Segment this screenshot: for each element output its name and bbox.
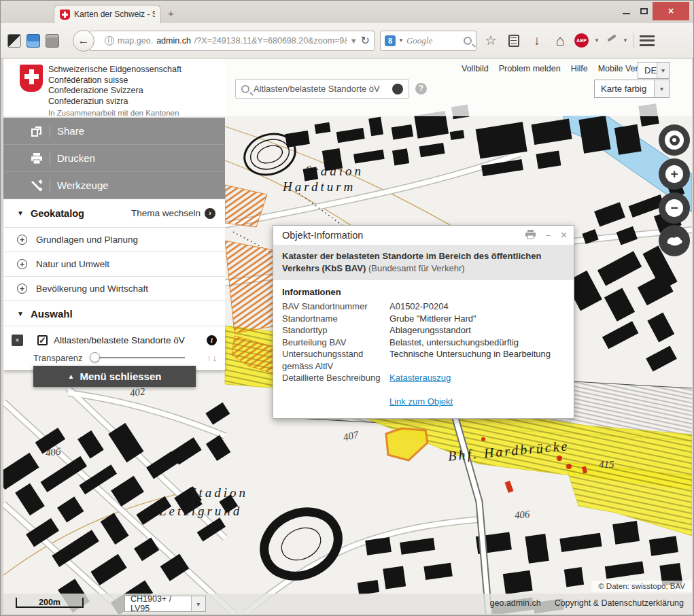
category-label: Bevölkerung und Wirtschaft xyxy=(36,284,148,294)
informationen-heading: Informationen xyxy=(282,287,565,297)
link-zum-objekt[interactable]: Link zum Objekt xyxy=(389,396,453,407)
sidebar-item-share[interactable]: Share xyxy=(3,118,225,145)
sidebar-item-drucken[interactable]: Drucken xyxy=(3,145,225,172)
triangle-down-icon: ▼ xyxy=(17,209,24,217)
drucken-label: Drucken xyxy=(57,152,95,164)
adblock-icon[interactable]: ABP xyxy=(574,33,589,48)
info-value: Technische Untersuchung in Bearbeitung xyxy=(389,348,565,372)
auswahl-header[interactable]: ▼ Auswahl xyxy=(3,301,225,326)
chevron-down-icon: ▾ xyxy=(191,596,205,611)
window-minimize-button[interactable] xyxy=(617,2,635,20)
extension-icon-2[interactable] xyxy=(27,34,40,48)
active-layer-panel: × ✓ Altlasten/belastete Standorte öV i T… xyxy=(3,326,225,370)
label-402: 402 xyxy=(129,386,146,398)
footer-link-domain[interactable]: geo.admin.ch xyxy=(490,598,541,608)
extension-icon-1[interactable] xyxy=(7,34,21,48)
zoom-out-button[interactable]: − xyxy=(659,192,690,224)
link-problem-melden[interactable]: Problem melden xyxy=(499,64,561,73)
popup-print-icon[interactable] xyxy=(525,230,536,241)
map-attribution[interactable]: © Daten: swisstopo, BAV xyxy=(591,581,692,592)
search-input[interactable] xyxy=(254,84,388,94)
werkzeuge-label: Werkzeuge xyxy=(57,179,109,191)
info-key: Standortname xyxy=(282,313,383,325)
zoom-in-button[interactable]: + xyxy=(659,158,690,190)
url-subdomain: map.geo. xyxy=(118,36,153,46)
expand-plus-icon: + xyxy=(17,235,27,245)
remove-layer-button[interactable]: × xyxy=(12,335,23,346)
downloads-icon[interactable]: ↓ xyxy=(528,33,546,48)
url-dropdown-icon[interactable]: ▼ xyxy=(350,37,358,45)
navigation-toolbar: ← map.geo.admin.ch/?X=249138.11&Y=680698… xyxy=(1,23,693,58)
home-icon[interactable]: ⌂ xyxy=(551,32,569,50)
printer-icon xyxy=(525,230,536,239)
slider-knob[interactable] xyxy=(90,352,100,362)
label-stadion-letzigrund-1: Stadion xyxy=(190,485,248,500)
label-415: 415 xyxy=(599,459,614,470)
theme-switch-link[interactable]: Thema wechseln › xyxy=(131,208,215,219)
tool-dropdown-icon[interactable]: ▼ xyxy=(623,37,628,44)
popup-minimize-icon[interactable]: − xyxy=(545,230,551,241)
google-engine-icon[interactable]: 8 xyxy=(385,35,396,46)
org-line-it: Confederazione Svizzera xyxy=(48,86,181,97)
katasterauszug-link[interactable]: Katasterauszug xyxy=(389,373,451,383)
locate-me-button[interactable] xyxy=(659,124,690,156)
link-hilfe[interactable]: Hilfe xyxy=(571,64,588,73)
footer-link-copyright[interactable]: Copyright & Datenschutzerklärung xyxy=(555,598,684,608)
category-label: Grundlagen und Planung xyxy=(36,235,138,245)
swiss-coat-of-arms xyxy=(20,65,43,92)
browser-search-bar[interactable]: 8 ▼ Google xyxy=(380,31,476,51)
zoom-to-switzerland-button[interactable] xyxy=(659,225,690,256)
browser-tab[interactable]: Karten der Schweiz - Schweize... xyxy=(54,5,161,23)
info-key: Detaillierte Beschreibung xyxy=(282,372,383,384)
engine-dropdown-icon[interactable]: ▼ xyxy=(398,37,404,44)
reload-button[interactable]: ↻ xyxy=(361,34,370,47)
close-menu-label: Menü schliessen xyxy=(80,371,161,382)
chevron-down-icon: ▾ xyxy=(657,63,669,78)
extension-icon-3[interactable] xyxy=(46,34,59,48)
close-menu-button[interactable]: ▲ Menü schliessen xyxy=(33,366,196,387)
popup-close-icon[interactable]: × xyxy=(561,229,567,241)
site-globe-icon xyxy=(105,36,114,46)
transparency-slider[interactable] xyxy=(90,352,185,363)
pencil-tool-icon[interactable] xyxy=(605,35,617,47)
back-button[interactable]: ← xyxy=(73,30,94,52)
tab-title: Karten der Schweiz - Schweize... xyxy=(74,10,155,19)
org-line-fr: Confédération suisse xyxy=(48,75,181,86)
url-bar[interactable]: map.geo.admin.ch/?X=249138.11&Y=680698.2… xyxy=(89,31,375,51)
layer-checkbox[interactable]: ✓ xyxy=(37,335,48,345)
scale-bar: 200m xyxy=(16,598,84,608)
geokatalog-header[interactable]: ▼ Geokatalog Thema wechseln › xyxy=(3,199,225,228)
label-stadion-hardturm-2: Hardturm xyxy=(282,179,355,194)
category-bevoelkerung[interactable]: + Bevölkerung und Wirtschaft xyxy=(3,277,225,301)
menu-hamburger-icon[interactable] xyxy=(640,35,655,46)
sidebar-item-werkzeuge[interactable]: Werkzeuge xyxy=(3,172,225,199)
new-tab-button[interactable]: + xyxy=(168,7,174,19)
category-natur-umwelt[interactable]: + Natur und Umwelt xyxy=(3,252,225,277)
printer-icon xyxy=(31,152,43,165)
bookmark-star-icon[interactable]: ☆ xyxy=(482,33,500,48)
adblock-dropdown-icon[interactable]: ▼ xyxy=(594,37,600,44)
move-layer-down-icon[interactable]: ↓ xyxy=(213,353,218,363)
arrow-right-icon: › xyxy=(205,208,215,219)
crs-value: CH1903+ / LV95 xyxy=(131,594,191,613)
layer-title-source: (Bundesamt für Verkehr) xyxy=(368,263,465,273)
bookmarks-menu-icon[interactable] xyxy=(508,35,519,47)
url-domain: admin.ch xyxy=(156,36,191,46)
category-grundlagen[interactable]: + Grundlagen und Planung xyxy=(3,228,225,252)
browser-window: Karten der Schweiz - Schweize... + × ← m… xyxy=(0,0,694,616)
switzerland-silhouette-icon xyxy=(665,235,683,246)
chevron-down-icon: ▾ xyxy=(654,80,669,97)
language-select[interactable]: DE ▾ xyxy=(638,62,670,79)
move-layer-up-icon[interactable]: ↑ xyxy=(207,353,211,363)
map-search-box[interactable] xyxy=(235,79,409,99)
link-vollbild[interactable]: Vollbild xyxy=(462,64,489,73)
clear-search-icon[interactable] xyxy=(392,84,403,95)
window-close-button[interactable]: × xyxy=(653,2,689,20)
object-info-popup: Objekt-Information − × Kataster der bela… xyxy=(273,225,574,419)
map-style-select[interactable]: Karte farbig ▾ xyxy=(594,80,670,98)
search-go-icon[interactable] xyxy=(464,37,472,45)
window-maximize-button[interactable] xyxy=(635,2,653,20)
search-help-icon[interactable]: ? xyxy=(415,83,427,95)
crs-select[interactable]: CH1903+ / LV95 ▾ xyxy=(124,596,206,612)
layer-info-icon[interactable]: i xyxy=(207,335,217,345)
